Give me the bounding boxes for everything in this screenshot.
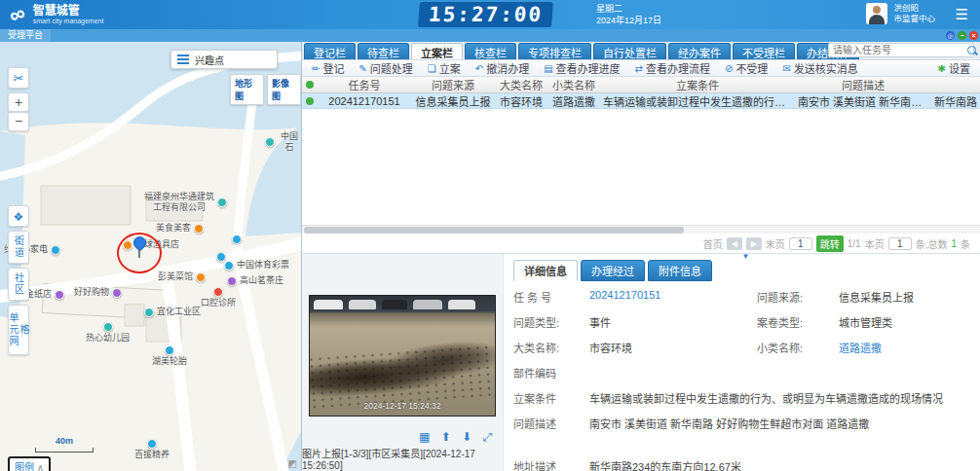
detail-tab-attachments[interactable]: 附件信息 [648,260,712,281]
car-shape [413,300,442,309]
avatar[interactable] [866,3,887,24]
col-task-no[interactable]: 任务号 [318,77,411,92]
jump-button[interactable]: 跳转 [816,236,844,252]
tab-handled-cases[interactable]: 经办案件 [668,43,731,59]
collapse-handle-icon[interactable]: ▼ [742,252,750,261]
detail-panel: ▼ 详细信息 办理经过 附件信息 任 务 号 202412170151 问题来源… [503,254,980,471]
poi-haohao-shopping[interactable]: 好好购物 [74,287,122,298]
poi-search-box[interactable]: 兴趣点 [170,50,278,69]
toolbar-cancel-handle-button[interactable]: ↶撤消办理 [475,60,529,76]
restore-window-icon[interactable]: ◎ [946,31,955,40]
toolbar-view-progress-button[interactable]: ▤查看办理进度 [544,60,620,76]
poi-dental-clinic[interactable]: 口腔诊所 [201,287,236,308]
task-location-pin-stem [138,250,140,258]
tab-self-disposal[interactable]: 自行处置栏 [593,43,666,59]
menu-icon[interactable]: ☰ [956,7,968,22]
toolbar-register-button[interactable]: ✏登记 [312,60,344,76]
legend-toggle[interactable]: 图例 ∧ [8,456,51,471]
col-description[interactable]: 问题描述 [795,77,931,92]
car-shape [349,300,376,309]
search-icon[interactable] [965,44,973,57]
zoom-out-button[interactable]: − [8,112,29,131]
detail-fields: 任 务 号 202412170151 问题来源: 信息采集员上报 问题类型: 事… [513,289,970,471]
basemap-imagery-button[interactable]: 影像图 [267,74,301,105]
platform-tab[interactable]: 受理平台 [0,29,51,42]
tab-special-inspection[interactable]: 专项排查栏 [518,43,591,59]
poi-icon [165,345,174,355]
table-header: 任务号 问题来源 大类名称 小类名称 立案条件 问题描述 [302,77,980,93]
col-source[interactable]: 问题来源 [411,77,495,92]
layers-button[interactable]: ❖ [8,205,29,227]
map-corner-icon[interactable]: ◩ [288,458,297,469]
street-layer-button[interactable]: 街道 [8,231,29,264]
address-label: 地址描述 [513,458,585,471]
poi-category-icon[interactable] [177,53,189,66]
toolbar-reject-button[interactable]: ⊘不受理 [725,60,768,76]
prev-page-button[interactable]: ◀ [727,237,742,250]
register-icon: ✏ [312,63,320,74]
minimize-window-icon[interactable]: − [958,31,966,40]
subcategory-value[interactable]: 道路遗撒 [839,340,970,355]
col-case-condition[interactable]: 立案条件 [600,77,795,92]
poi-icon [147,439,157,449]
zoom-in-button[interactable]: + [8,92,29,112]
tab-verification[interactable]: 核查栏 [465,43,516,59]
bus-stop-icon[interactable] [216,252,226,262]
count-suffix: 条,总数 [916,236,948,251]
poi-pengmei-restaurant[interactable]: 彭美菜馆 [158,272,206,282]
poi-huatong-construction[interactable]: 福建泉州华通建筑 工程有限公司 [144,192,227,213]
evidence-photo[interactable]: 2024-12-17 15:24:32 [309,295,496,417]
gallery-icon[interactable]: ▦ [419,430,433,444]
poi-meishimeike[interactable]: 美食美客 [156,223,204,234]
spill-speckles [309,344,496,408]
app-header: ∞ 智慧城管 smart city management 15:27:00 星期… [0,0,980,29]
horizontal-scrollbar[interactable] [302,225,980,234]
download-icon[interactable]: ⬇ [462,430,475,444]
measure-tool-button[interactable]: ✂ [8,67,29,89]
scrollbar-thumb[interactable] [304,227,684,234]
col-subcategory[interactable]: 小类名称 [547,77,600,92]
tab-register[interactable]: 登记栏 [304,43,356,59]
status-column-icon [306,81,314,89]
tab-rejected[interactable]: 不受理栏 [733,43,795,59]
poi-tire-shop[interactable]: 湖美轮胎 [152,345,187,367]
user-name: 洪创昭 [893,3,935,14]
map-panel[interactable]: 中国石 福建泉州华通建筑 工程有限公司 美食美客 维珍小家电 环球渔具店 中国体… [0,42,302,471]
basemap-terrain-button[interactable]: 地形图 [230,74,264,105]
page-size-input[interactable] [888,237,912,250]
first-page-button[interactable]: 首页 [703,236,723,251]
toolbar-view-flow-button[interactable]: ⇄查看办理流程 [635,60,710,76]
task-search-input[interactable] [829,45,965,55]
poi-baiyuan[interactable]: 百援精养 [134,439,170,460]
grid-layer-button[interactable]: 单元网格 [8,305,29,355]
close-window-icon[interactable]: × [969,31,978,40]
toolbar-send-verify-button[interactable]: ✉发送核实消息 [782,60,857,76]
table-row[interactable]: 202412170151 信息采集员上报 市容环境 道路遗撒 车辆运输或装卸过程… [302,93,980,109]
toolbar-file-case-button[interactable]: ❏立案 [428,60,461,76]
poi-industrial-zone[interactable]: 宜化工业区 [144,307,201,317]
bus-stop-icon[interactable] [232,235,242,244]
col-category[interactable]: 大类名称 [495,77,547,92]
tab-pending[interactable]: 待查栏 [358,43,409,59]
task-no-value[interactable]: 202412170151 [589,289,753,305]
next-page-button[interactable]: ▶ [746,237,762,250]
user-info[interactable]: 洪创昭 市监督中心 [866,3,935,24]
poi-icon [103,322,113,332]
tab-case-filing[interactable]: 立案栏 [411,43,463,59]
page-number-input[interactable] [789,237,812,250]
community-layer-button[interactable]: 社区 [8,268,29,301]
poi-zhongguoshi[interactable]: 中国石 [265,131,301,153]
file-case-icon: ❏ [428,63,436,74]
task-search-box[interactable] [828,43,974,57]
detail-tab-info[interactable]: 详细信息 [513,260,578,281]
expand-icon[interactable]: ⤢ [482,430,496,444]
upload-icon[interactable]: ⬆ [441,430,455,444]
poi-sports-lottery[interactable]: 中国体育彩票 [224,260,289,271]
detail-tab-process[interactable]: 办理经过 [581,260,645,281]
poi-kindergarten[interactable]: 热心幼儿园 [86,322,130,344]
toolbar-problem-handle-button[interactable]: ✎问题处理 [358,60,412,76]
settings-button[interactable]: ✱设置 [938,60,970,76]
poi-tea-house[interactable]: 高山茗茶庄 [227,275,283,286]
last-page-button[interactable]: 末页 [766,236,785,251]
undo-icon: ↶ [475,63,483,74]
